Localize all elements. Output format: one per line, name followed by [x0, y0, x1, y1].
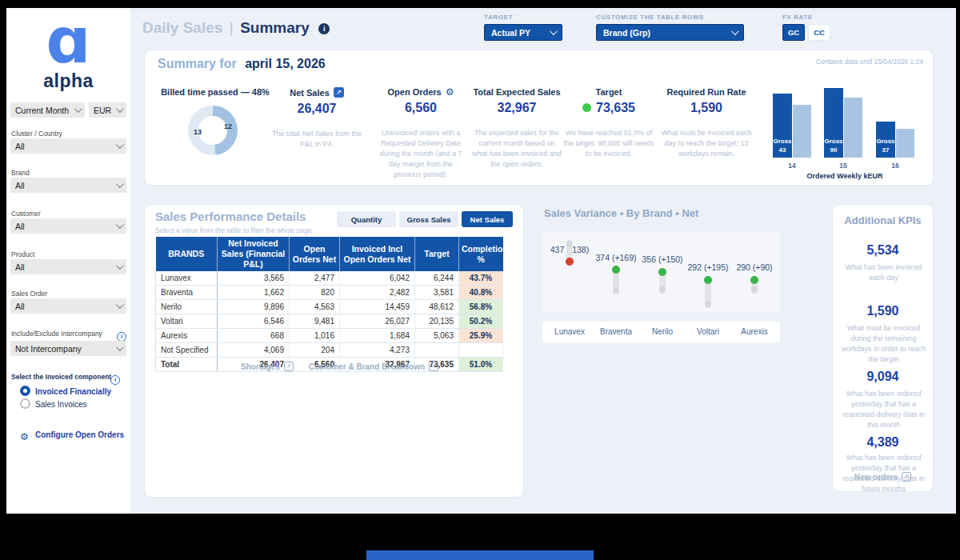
col-header-net-invoiced[interactable]: Net Invoiced Sales (Financial P&L): [218, 237, 290, 271]
variance-dot-braventa[interactable]: [612, 266, 620, 274]
value-cell[interactable]: 204: [290, 343, 340, 358]
brand-cell[interactable]: Nerilo: [156, 300, 218, 314]
value-cell[interactable]: 2,477: [290, 271, 340, 286]
completion-cell[interactable]: 56.8%: [459, 300, 503, 314]
intercompany-dropdown[interactable]: Not Intercompany: [10, 341, 126, 356]
completion-cell[interactable]: 40.8%: [459, 286, 503, 300]
drill-through-icon[interactable]: [334, 87, 344, 98]
value-cell[interactable]: 4,069: [218, 343, 290, 358]
value-cell[interactable]: 668: [218, 329, 290, 343]
col-header-open-orders[interactable]: Open Orders Net: [290, 237, 340, 271]
period-dropdown[interactable]: Current Month: [10, 102, 85, 118]
variance-brand-aurexis[interactable]: Aurexis: [722, 327, 786, 336]
weekly-bar-gross-15[interactable]: Gross90: [824, 88, 843, 158]
weekly-bar-net-15[interactable]: [844, 98, 862, 158]
value-cell[interactable]: 4,563: [290, 300, 340, 314]
variance-dot-voltari[interactable]: [704, 276, 712, 284]
sales-performance-card: Sales Performance Details Select a value…: [144, 204, 524, 498]
radio-invoiced-financially[interactable]: [20, 386, 30, 396]
brand-cell[interactable]: Braventa: [156, 286, 218, 300]
tab-quantity[interactable]: Quantity: [337, 211, 396, 227]
radio-label-invoiced-financially[interactable]: Invoiced Financially: [35, 387, 111, 396]
page-title-muted[interactable]: Daily Sales: [142, 19, 222, 36]
value-cell[interactable]: 820: [290, 286, 340, 300]
configure-open-orders-link[interactable]: Configure Open Orders: [35, 430, 124, 439]
completion-cell[interactable]: 43.7%: [459, 271, 503, 286]
new-orders-link-label: New orders: [854, 473, 898, 482]
value-cell[interactable]: 3,581: [415, 286, 459, 300]
value-cell[interactable]: 6,244: [415, 271, 459, 286]
radio-label-sales-invoices[interactable]: Sales Invoices: [35, 400, 86, 409]
col-header-completion[interactable]: Completion %: [459, 237, 503, 271]
filter-dropdown-customer[interactable]: All: [10, 218, 126, 234]
summary-title: Summary for april 15, 2026: [158, 57, 326, 71]
value-cell[interactable]: 48,612: [415, 300, 459, 314]
value-cell[interactable]: 1,684: [340, 329, 415, 343]
value-cell[interactable]: 1,016: [290, 329, 340, 343]
value-cell[interactable]: 6,042: [340, 271, 415, 286]
table-row-lunavex[interactable]: Lunavex 3,565 2,477 6,042 6,244 43.7%: [156, 271, 503, 286]
value-cell[interactable]: 1,662: [218, 286, 290, 300]
fx-cc-button[interactable]: CC: [808, 24, 830, 41]
filter-dropdown-sales-order[interactable]: All: [10, 298, 126, 314]
info-icon[interactable]: [117, 327, 126, 342]
value-cell[interactable]: 14,459: [340, 300, 415, 314]
variance-dot-nerilo[interactable]: [658, 268, 666, 276]
variance-dot-aurexis[interactable]: [750, 276, 758, 284]
value-cell[interactable]: 5,063: [415, 329, 459, 343]
col-header-invoiced-incl[interactable]: Invoiced Incl Open Orders Net: [340, 237, 415, 271]
customize-rows-dropdown[interactable]: Brand (Grp): [596, 24, 744, 41]
col-header-target[interactable]: Target: [415, 237, 459, 271]
customer-brand-breakdown-link[interactable]: Customer & Brand Breakdown: [309, 362, 438, 371]
filter-dropdown-brand[interactable]: All: [10, 178, 126, 193]
value-cell[interactable]: 9,896: [218, 300, 290, 314]
new-orders-link[interactable]: New orders: [833, 472, 933, 482]
external-link-icon: [429, 362, 438, 371]
brand-cell[interactable]: Voltari: [156, 314, 218, 329]
variance-dot-lunavex[interactable]: [566, 258, 574, 266]
net-sales-value: 26,407: [269, 102, 365, 116]
value-cell[interactable]: 9,481: [290, 314, 340, 329]
value-cell[interactable]: 4,273: [340, 343, 415, 358]
info-icon[interactable]: [318, 23, 330, 34]
info-icon[interactable]: [110, 370, 120, 385]
col-header-brands[interactable]: BRANDS: [156, 237, 218, 271]
weekly-bar-net-14[interactable]: [793, 105, 811, 158]
brand-cell[interactable]: Aurexis: [156, 329, 218, 343]
fx-gc-button[interactable]: GC: [782, 24, 805, 41]
table-row-voltari[interactable]: Voltari 6,546 9,481 26,027 20,135 50.2%: [156, 314, 503, 329]
value-cell[interactable]: 2,482: [340, 286, 415, 300]
tab-net-sales[interactable]: Net Sales: [462, 211, 513, 227]
table-row-braventa[interactable]: Braventa 1,662 820 2,482 3,581 40.8%: [156, 286, 503, 300]
completion-cell[interactable]: 51.0%: [459, 358, 503, 372]
bottom-accent-bar: [366, 550, 594, 560]
brand-cell[interactable]: Not Specified: [156, 343, 218, 358]
brand-cell[interactable]: Total: [156, 358, 218, 372]
radio-sales-invoices[interactable]: [20, 398, 30, 409]
completion-cell[interactable]: 50.2%: [459, 314, 503, 329]
shortages-link[interactable]: Shortages: [241, 362, 294, 371]
completion-cell[interactable]: [459, 343, 503, 358]
gear-icon[interactable]: [446, 87, 454, 97]
value-cell[interactable]: [415, 343, 459, 358]
filter-dropdown-cluster[interactable]: All: [10, 138, 126, 154]
filter-dropdown-product[interactable]: All: [10, 259, 126, 274]
external-link-icon: [284, 362, 294, 371]
table-row-nerilo[interactable]: Nerilo 9,896 4,563 14,459 48,612 56.8%: [156, 300, 503, 314]
value-cell[interactable]: 20,135: [415, 314, 459, 329]
tab-gross-sales[interactable]: Gross Sales: [399, 211, 458, 227]
completion-cell[interactable]: 25.9%: [459, 329, 503, 343]
weekly-bar-gross-14[interactable]: Gross43: [773, 94, 792, 158]
table-row-aurexis[interactable]: Aurexis 668 1,016 1,684 5,063 25.9%: [156, 329, 503, 343]
table-row-not-specified[interactable]: Not Specified 4,069 204 4,273: [156, 343, 503, 358]
page-title-separator: |: [230, 19, 234, 36]
target-dropdown[interactable]: Actual PY: [484, 24, 562, 41]
value-cell[interactable]: 6,546: [218, 314, 290, 329]
dashboard-stage: ɑ alpha Current Month EUR Cluster / Coun…: [0, 0, 960, 560]
value-cell[interactable]: 3,565: [218, 271, 290, 286]
weekly-bar-gross-16[interactable]: Gross37: [876, 122, 895, 158]
value-cell[interactable]: 26,027: [340, 314, 415, 329]
brand-cell[interactable]: Lunavex: [156, 271, 218, 286]
weekly-bar-net-16[interactable]: [896, 129, 914, 158]
currency-dropdown[interactable]: EUR: [89, 102, 126, 118]
